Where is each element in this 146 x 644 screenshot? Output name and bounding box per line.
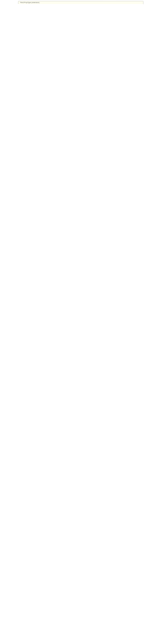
extension-title: Flex1PropType (extension) — [20, 2, 40, 4]
